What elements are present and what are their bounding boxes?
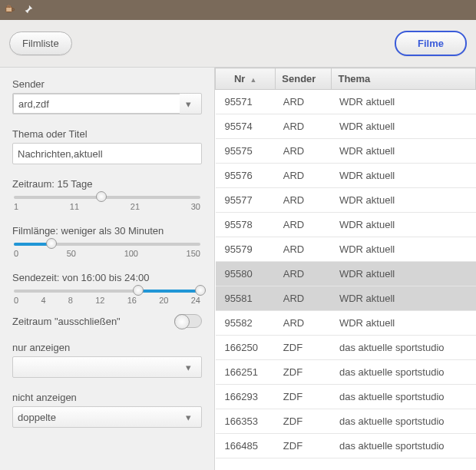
svg-rect-0	[6, 7, 12, 12]
filmlaenge-thumb[interactable]	[46, 238, 57, 249]
results-table: Nr▲ Sender Thema 95571ARDWDR aktuell9557…	[215, 68, 476, 470]
cell-nr: 95575	[216, 139, 276, 164]
cell-thema: WDR aktuell	[332, 237, 476, 262]
cell-thema: WDR aktuell	[332, 213, 476, 237]
cell-sender: ARD	[276, 262, 332, 286]
table-row[interactable]: 166353ZDFdas aktuelle sportstudio	[216, 409, 476, 434]
ausschliessen-label: Zeitraum "ausschließen"	[12, 316, 121, 327]
table-row[interactable]: 95571ARDWDR aktuell	[216, 90, 476, 114]
cell-nr: 166251	[216, 360, 276, 385]
nicht-anzeigen-label: nicht anzeigen	[12, 392, 202, 403]
cell-nr: 166293	[216, 385, 276, 409]
thema-input[interactable]: Nachrichten,aktuell	[12, 143, 202, 164]
table-row[interactable]: 95575ARDWDR aktuell	[216, 139, 476, 164]
cell-sender: ARD	[276, 164, 332, 188]
filmliste-button[interactable]: Filmliste	[9, 31, 72, 55]
titlebar	[0, 0, 476, 20]
filmlaenge-ticks: 050100150	[12, 249, 202, 258]
cell-sender: ARD	[276, 237, 332, 262]
cell-nr: 95578	[216, 213, 276, 237]
toolbar: Filmliste Filme	[0, 20, 476, 68]
thema-label: Thema oder Titel	[12, 128, 202, 140]
cell-nr: 166485	[216, 434, 276, 458]
cell-sender: ARD	[276, 311, 332, 336]
cell-sender: ZDF	[276, 360, 332, 385]
cell-sender: ARD	[276, 139, 332, 164]
cell-thema: WDR aktuell	[332, 114, 476, 139]
table-row[interactable]: 166250ZDFdas aktuelle sportstudio	[216, 336, 476, 360]
zeitraum-slider[interactable]	[14, 196, 200, 199]
app-icon	[5, 4, 15, 17]
col-sender[interactable]: Sender	[276, 68, 332, 90]
nur-anzeigen-label: nur anzeigen	[12, 342, 202, 353]
col-thema[interactable]: Thema	[332, 68, 476, 90]
cell-nr: 95576	[216, 164, 276, 188]
pin-icon[interactable]	[23, 4, 34, 17]
sender-combo[interactable]: ard,zdf ▾	[12, 93, 202, 114]
filmlaenge-slider[interactable]	[14, 243, 200, 246]
cell-thema: das aktuelle sportstudio	[332, 409, 476, 434]
table-row[interactable]: 166251ZDFdas aktuelle sportstudio	[216, 360, 476, 385]
cell-nr: 95577	[216, 188, 276, 213]
cell-thema: das aktuelle sportstudio	[332, 434, 476, 458]
cell-nr: 166250	[216, 336, 276, 360]
nur-anzeigen-select[interactable]: ▾	[12, 356, 202, 378]
sendezeit-thumb-low[interactable]	[133, 285, 144, 296]
zeitraum-label: Zeitraum: 15 Tage	[12, 178, 202, 190]
thema-value: Nachrichten,aktuell	[18, 148, 103, 160]
cell-thema: WDR aktuell	[332, 139, 476, 164]
zeitraum-ticks: 1112130	[12, 202, 202, 211]
col-nr[interactable]: Nr▲	[216, 68, 276, 90]
cell-sender: ZDF	[276, 336, 332, 360]
cell-sender: ZDF	[276, 434, 332, 458]
chevron-down-icon[interactable]: ▾	[180, 362, 197, 373]
cell-thema: WDR aktuell	[332, 90, 476, 114]
sendezeit-thumb-high[interactable]	[195, 285, 206, 296]
cell-nr: 95579	[216, 237, 276, 262]
sendezeit-label: Sendezeit: von 16:00 bis 24:00	[12, 272, 202, 283]
chevron-down-icon[interactable]: ▾	[180, 98, 197, 110]
cell-nr: 95581	[216, 286, 276, 311]
sendezeit-ticks: 04812162024	[12, 296, 202, 305]
cell-sender: ARD	[276, 90, 332, 114]
chevron-down-icon[interactable]: ▾	[180, 412, 197, 423]
cell-nr: 95574	[216, 114, 276, 139]
cell-thema: WDR aktuell	[332, 164, 476, 188]
zeitraum-thumb[interactable]	[96, 191, 107, 202]
nicht-anzeigen-select[interactable]: doppelte ▾	[12, 406, 202, 428]
table-row[interactable]: 95580ARDWDR aktuell	[216, 262, 476, 286]
sendezeit-fill	[138, 290, 200, 293]
table-row[interactable]: 166293ZDFdas aktuelle sportstudio	[216, 385, 476, 409]
cell-sender: ZDF	[276, 409, 332, 434]
table-row[interactable]: 95579ARDWDR aktuell	[216, 237, 476, 262]
ausschliessen-toggle[interactable]	[174, 314, 202, 328]
cell-thema: WDR aktuell	[332, 262, 476, 286]
table-row[interactable]: 95576ARDWDR aktuell	[216, 164, 476, 188]
table-row[interactable]: 95577ARDWDR aktuell	[216, 188, 476, 213]
cell-nr: 95582	[216, 311, 276, 336]
cell-thema: WDR aktuell	[332, 311, 476, 336]
cell-thema: das aktuelle sportstudio	[332, 385, 476, 409]
filmlaenge-label: Filmlänge: weniger als 30 Minuten	[12, 225, 202, 237]
filter-sidebar: Sender ard,zdf ▾ Thema oder Titel Nachri…	[0, 68, 215, 470]
sort-asc-icon: ▲	[250, 76, 256, 84]
filme-button[interactable]: Filme	[395, 31, 467, 56]
cell-nr: 95580	[216, 262, 276, 286]
table-row[interactable]: 95578ARDWDR aktuell	[216, 213, 476, 237]
sender-label: Sender	[12, 78, 202, 90]
sender-value[interactable]: ard,zdf	[13, 94, 180, 114]
cell-nr: 95571	[216, 90, 276, 114]
cell-sender: ARD	[276, 213, 332, 237]
nicht-anzeigen-value: doppelte	[18, 412, 56, 423]
cell-thema: WDR aktuell	[332, 188, 476, 213]
cell-sender: ARD	[276, 286, 332, 311]
cell-thema: das aktuelle sportstudio	[332, 336, 476, 360]
table-row[interactable]: 95582ARDWDR aktuell	[216, 311, 476, 336]
cell-sender: ARD	[276, 188, 332, 213]
table-row[interactable]: 95581ARDWDR aktuell	[216, 286, 476, 311]
cell-sender: ZDF	[276, 385, 332, 409]
cell-sender: ARD	[276, 114, 332, 139]
sendezeit-slider[interactable]	[14, 290, 200, 293]
table-row[interactable]: 166485ZDFdas aktuelle sportstudio	[216, 434, 476, 458]
table-row[interactable]: 95574ARDWDR aktuell	[216, 114, 476, 139]
